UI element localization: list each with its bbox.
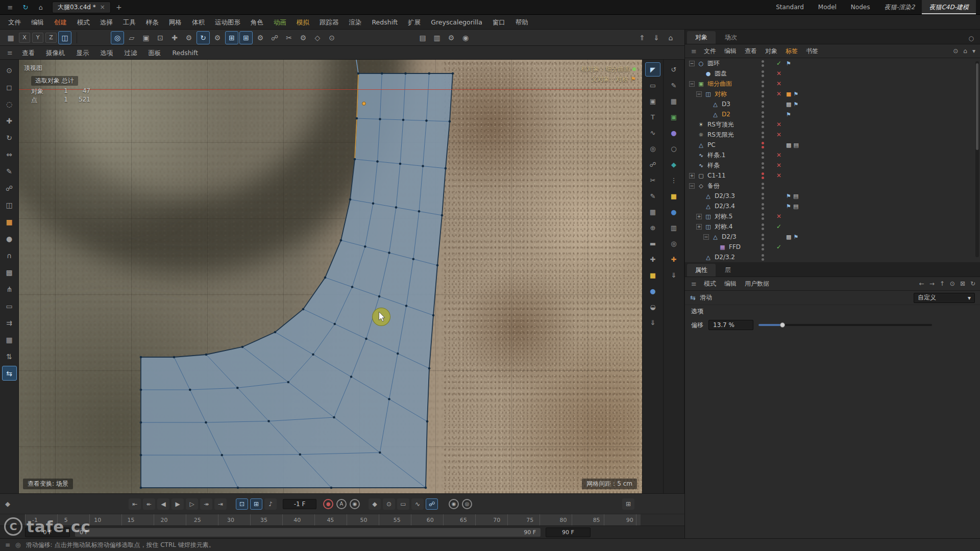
text-tool-icon[interactable]: T: [645, 110, 660, 124]
object-name[interactable]: 样条: [707, 161, 720, 170]
move-tool[interactable]: ✚: [2, 113, 17, 128]
visibility-dots[interactable]: [762, 172, 764, 179]
menu-item[interactable]: 编辑: [26, 15, 49, 30]
flag-tag-icon[interactable]: ⚑: [786, 203, 791, 210]
expander-icon[interactable]: −: [703, 234, 709, 240]
object-row-C1-11[interactable]: +▢C1-11✕: [685, 170, 980, 181]
sphere-primitive-tool[interactable]: ●: [2, 231, 17, 246]
grid-snap-icon[interactable]: ⊞: [239, 31, 253, 44]
goto-start-button[interactable]: ⇤: [129, 498, 141, 510]
attr-menu-item[interactable]: 用户数据: [741, 277, 773, 291]
object-name[interactable]: 细分曲面: [707, 80, 732, 88]
visibility-dots[interactable]: [762, 152, 764, 159]
menu-item[interactable]: Redshift: [367, 15, 403, 30]
object-row-D2[interactable]: △D2⚑: [685, 109, 980, 119]
forward-icon[interactable]: →: [928, 280, 936, 287]
viewport-menu-icon[interactable]: ≡: [4, 49, 16, 57]
prev-frame-button[interactable]: ◀: [157, 498, 169, 510]
enabled-toggle[interactable]: ✕: [775, 90, 783, 97]
spline-icon[interactable]: ∿: [645, 126, 660, 140]
yellow-cube-icon[interactable]: ■: [645, 268, 660, 282]
visibility-dots[interactable]: [762, 213, 764, 220]
expander-icon[interactable]: +: [696, 214, 702, 219]
visibility-dots[interactable]: [762, 193, 764, 199]
object-name[interactable]: 对称: [715, 90, 727, 98]
live-select-tool[interactable]: ◌: [2, 96, 17, 111]
dots-icon[interactable]: ⋮: [666, 173, 681, 187]
tag-icons[interactable]: ⚑▤: [786, 203, 798, 210]
preset-dropdown[interactable]: 自定义 ▾: [914, 293, 975, 303]
object-row-对称[interactable]: −◫对称✕■⚑: [685, 89, 980, 99]
visibility-dots[interactable]: [762, 183, 764, 189]
tag-icons[interactable]: ⚑: [786, 60, 791, 67]
object-row-对称.5[interactable]: +◫对称.5✕: [685, 211, 980, 221]
offset-slider[interactable]: [758, 321, 932, 329]
preview-button[interactable]: ◎: [462, 499, 472, 509]
weld-icon[interactable]: ⊕: [645, 220, 660, 235]
flag-tag-icon[interactable]: ⚑: [786, 111, 791, 118]
select-frame-tool[interactable]: ◻: [2, 80, 17, 94]
orange-move-icon[interactable]: ✚: [666, 252, 681, 266]
select-arrow-icon[interactable]: ◤: [645, 62, 660, 77]
pen-tool[interactable]: ✎: [2, 164, 17, 179]
viewport-menu-item[interactable]: Redshift: [167, 46, 203, 60]
cube-primitive-tool[interactable]: ■: [2, 214, 17, 229]
mesh-object[interactable]: [19, 60, 643, 493]
visibility-dots[interactable]: [762, 91, 764, 97]
ring-icon[interactable]: ○: [666, 141, 681, 156]
flag-tag-icon[interactable]: ⚑: [793, 101, 798, 108]
menu-item[interactable]: 窗口: [487, 15, 510, 30]
quantize-icon[interactable]: ⊞: [225, 31, 238, 44]
object-row-RS无限光[interactable]: ☼RS无限光✕: [685, 130, 980, 140]
cut-gear-icon[interactable]: ⚙: [297, 31, 310, 44]
film-tag-icon[interactable]: ▤: [793, 142, 798, 148]
up-icon[interactable]: ↑: [938, 280, 946, 287]
tag-icons[interactable]: ⚑▤: [786, 193, 798, 199]
home-layout-icon[interactable]: ⌂: [664, 31, 677, 44]
search-icon[interactable]: ⊙: [951, 47, 960, 55]
layout-tab[interactable]: Standard: [769, 0, 811, 14]
visibility-dots[interactable]: [762, 101, 764, 108]
object-row-RS穹顶光[interactable]: ☀RS穹顶光✕: [685, 119, 980, 130]
menu-item[interactable]: 跟踪器: [314, 15, 344, 30]
add-tab-button[interactable]: +: [114, 2, 124, 12]
magnet-icon[interactable]: ☍: [645, 157, 660, 171]
object-name[interactable]: RS无限光: [707, 131, 734, 139]
back-icon[interactable]: ←: [918, 280, 926, 287]
visibility-dots[interactable]: [762, 244, 764, 251]
visibility-dots[interactable]: [762, 254, 764, 261]
timeline-ruler-ticks[interactable]: -151015202530354045505560657075808590: [25, 514, 641, 525]
bend-deformer-tool[interactable]: ∩: [2, 248, 17, 263]
visibility-dots[interactable]: [762, 234, 764, 240]
home-icon[interactable]: ⌂: [962, 47, 969, 55]
object-name[interactable]: D2/3.4: [715, 203, 735, 210]
attr-menu-item[interactable]: 编辑: [720, 277, 741, 291]
options-section-header[interactable]: 选项: [685, 305, 980, 317]
visibility-dots[interactable]: [762, 111, 764, 118]
autokey-area-button[interactable]: ⊞: [250, 498, 262, 510]
refresh-icon[interactable]: ↻: [969, 280, 977, 287]
flag-tag-icon[interactable]: ⚑: [786, 193, 791, 199]
render-view-icon[interactable]: ▤: [416, 31, 429, 44]
menu-item[interactable]: 文件: [3, 15, 26, 30]
object-name[interactable]: C1-11: [707, 172, 726, 179]
menu-item[interactable]: 角色: [246, 15, 268, 30]
cube-mode-icon[interactable]: ▣: [139, 31, 153, 44]
teal-diamond-icon[interactable]: ◆: [666, 157, 681, 171]
object-name[interactable]: RS穹顶光: [707, 120, 734, 129]
enabled-toggle[interactable]: ✕: [775, 213, 783, 220]
keyframe-mode-button[interactable]: ⊡: [236, 498, 248, 510]
purple-sphere-icon[interactable]: ●: [666, 126, 681, 140]
menu-item[interactable]: 工具: [118, 15, 141, 30]
viewport-menu-item[interactable]: 面板: [143, 46, 166, 60]
position-key-icon[interactable]: ◆: [369, 498, 381, 510]
keyframe-marker-icon[interactable]: ◆: [5, 500, 10, 508]
range-start-field[interactable]: 0 F: [25, 528, 70, 537]
rotate-tool[interactable]: ↻: [2, 130, 17, 145]
range-slider[interactable]: 0 F 90 F: [75, 528, 541, 537]
next-key-button[interactable]: ↠: [200, 498, 212, 510]
material-sphere-icon[interactable]: ◉: [459, 31, 472, 44]
snap-key-icon[interactable]: ☍: [426, 498, 438, 510]
layout-tab[interactable]: Model: [811, 0, 844, 14]
prev-key-button[interactable]: ↞: [143, 498, 155, 510]
